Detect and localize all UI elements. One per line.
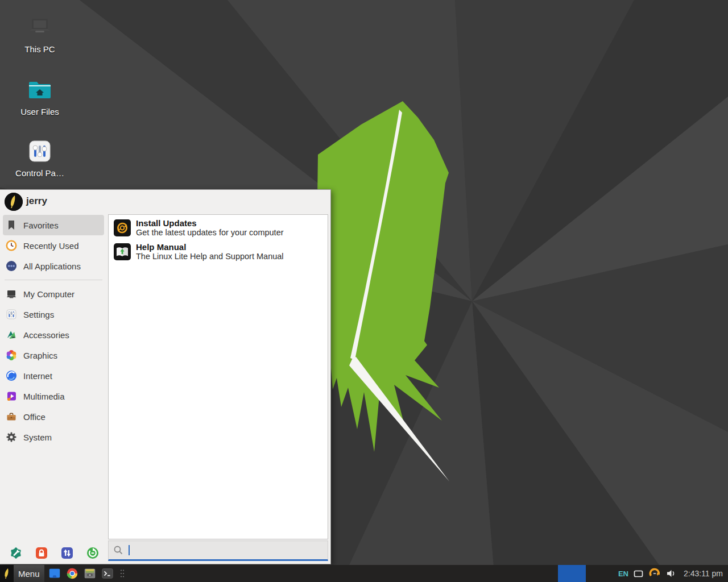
menu-sidebar: Favorites Recently Used bbox=[0, 214, 107, 564]
volume-icon[interactable] bbox=[666, 569, 676, 578]
internet-icon bbox=[6, 370, 17, 381]
desktop: This PC User Files Control Pa… bbox=[0, 0, 728, 582]
category-label: System bbox=[23, 433, 52, 442]
settings-manager-icon[interactable] bbox=[10, 547, 22, 559]
desktop-icon-control-panel[interactable]: Control Pa… bbox=[11, 138, 68, 178]
category-label: Settings bbox=[23, 310, 54, 319]
settings-sliders-icon bbox=[6, 309, 17, 320]
desktop-icon-label: User Files bbox=[11, 107, 68, 117]
taskbar: Menu bbox=[0, 565, 728, 582]
sidebar-separator bbox=[5, 280, 102, 280]
app-item-help-manual[interactable]: Help Manual The Linux Lite Help and Supp… bbox=[110, 240, 326, 264]
chrome-icon bbox=[65, 567, 79, 580]
menu-button-label: Menu bbox=[14, 565, 44, 582]
category-favorites[interactable]: Favorites bbox=[3, 215, 104, 235]
logout-icon[interactable] bbox=[86, 547, 99, 559]
taskbar-file-cabinet[interactable] bbox=[82, 566, 97, 581]
lock-screen-icon[interactable] bbox=[35, 547, 48, 559]
category-label: Graphics bbox=[23, 351, 57, 360]
file-manager-icon bbox=[48, 567, 61, 580]
search-box[interactable] bbox=[108, 541, 328, 561]
category-office[interactable]: Office bbox=[3, 406, 104, 427]
category-label: Recently Used bbox=[23, 241, 79, 251]
clock-icon bbox=[6, 240, 17, 251]
control-panel-icon bbox=[26, 138, 53, 165]
desktop-icon-this-pc[interactable]: This PC bbox=[11, 14, 68, 54]
category-multimedia[interactable]: Multimedia bbox=[3, 386, 104, 406]
update-notifier-icon[interactable] bbox=[648, 567, 661, 580]
app-item-subtitle: The Linux Lite Help and Support Manual bbox=[136, 252, 284, 261]
category-recently-used[interactable]: Recently Used bbox=[3, 235, 104, 256]
display-icon[interactable] bbox=[634, 569, 643, 578]
desktop-icon-user-files[interactable]: User Files bbox=[11, 76, 68, 117]
category-all-applications[interactable]: All Applications bbox=[3, 256, 104, 276]
username: jerry bbox=[26, 196, 47, 207]
help-manual-icon bbox=[113, 243, 131, 261]
user-avatar[interactable] bbox=[5, 193, 23, 211]
category-system[interactable]: System bbox=[3, 427, 104, 447]
category-accessories[interactable]: Accessories bbox=[3, 325, 104, 345]
category-my-computer[interactable]: My Computer bbox=[3, 284, 104, 304]
accessories-icon bbox=[6, 329, 17, 340]
app-item-title: Help Manual bbox=[136, 242, 284, 252]
category-label: Office bbox=[23, 412, 46, 422]
bookmark-icon bbox=[6, 219, 17, 231]
system-gear-icon bbox=[6, 431, 17, 443]
search-input[interactable] bbox=[130, 546, 323, 555]
all-apps-icon bbox=[6, 260, 17, 272]
multimedia-icon bbox=[6, 390, 17, 402]
install-updates-icon bbox=[113, 219, 131, 237]
category-label: Multimedia bbox=[23, 392, 65, 401]
app-item-install-updates[interactable]: Install Updates Get the latest updates f… bbox=[110, 216, 326, 240]
keyboard-layout-indicator[interactable]: EN bbox=[618, 569, 628, 578]
desktop-icon-label: This PC bbox=[11, 44, 68, 54]
workspace-switcher[interactable] bbox=[558, 565, 586, 582]
user-files-icon bbox=[26, 76, 53, 103]
whisker-menu: jerry Favorites Recently Used bbox=[0, 189, 331, 564]
taskbar-file-manager[interactable] bbox=[47, 566, 62, 581]
computer-icon bbox=[6, 288, 17, 300]
terminal-icon bbox=[101, 567, 114, 580]
taskbar-chrome[interactable] bbox=[65, 566, 80, 581]
category-label: Internet bbox=[23, 371, 52, 381]
category-settings[interactable]: Settings bbox=[3, 304, 104, 325]
app-item-title: Install Updates bbox=[136, 218, 284, 228]
category-graphics[interactable]: Graphics bbox=[3, 345, 104, 365]
switch-user-icon[interactable] bbox=[61, 547, 73, 559]
panel-grip-handle[interactable] bbox=[119, 568, 125, 579]
menu-app-list: Install Updates Get the latest updates f… bbox=[108, 214, 328, 539]
system-tray: EN 2:43:11 pm bbox=[618, 567, 728, 580]
menu-header: jerry bbox=[0, 190, 330, 214]
category-label: Favorites bbox=[23, 221, 59, 230]
category-internet[interactable]: Internet bbox=[3, 365, 104, 386]
avatar-feather-icon bbox=[5, 193, 23, 211]
clock[interactable]: 2:43:11 pm bbox=[684, 569, 723, 578]
app-item-subtitle: Get the latest updates for your computer bbox=[136, 228, 284, 238]
menu-actions bbox=[0, 542, 107, 564]
this-pc-icon bbox=[26, 14, 53, 41]
category-label: Accessories bbox=[23, 330, 69, 340]
menu-feather-icon bbox=[0, 565, 14, 582]
file-cabinet-icon bbox=[83, 567, 97, 580]
category-label: All Applications bbox=[23, 261, 81, 271]
desktop-icon-label: Control Pa… bbox=[11, 168, 68, 178]
search-icon bbox=[113, 545, 123, 555]
taskbar-terminal[interactable] bbox=[100, 566, 115, 581]
menu-button[interactable]: Menu bbox=[0, 565, 44, 582]
graphics-icon bbox=[6, 350, 17, 361]
office-briefcase-icon bbox=[6, 411, 17, 422]
category-label: My Computer bbox=[23, 289, 75, 299]
